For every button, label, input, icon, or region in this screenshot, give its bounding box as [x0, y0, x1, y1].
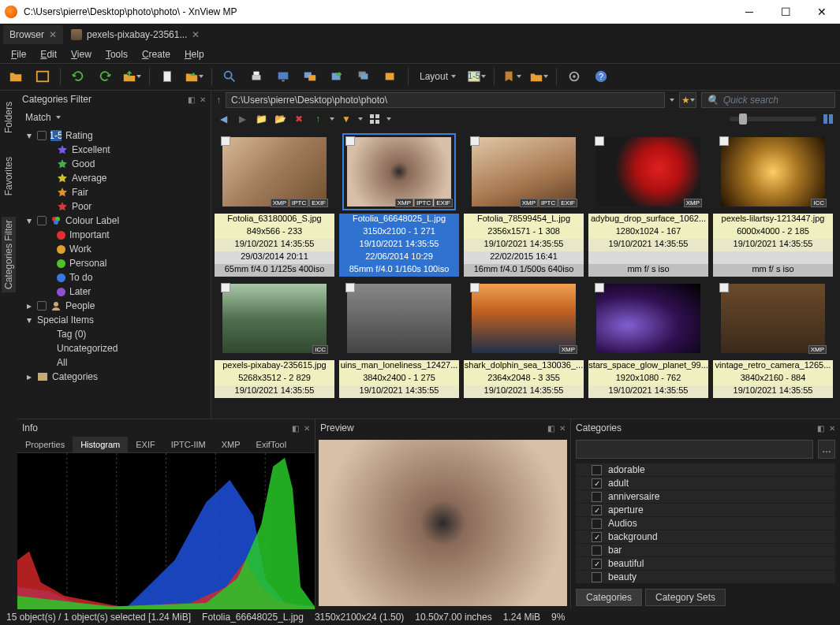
category-checkbox[interactable]: [592, 545, 602, 556]
tree-item[interactable]: Average: [22, 171, 206, 185]
tree-item[interactable]: Tag (0): [22, 327, 206, 341]
tree-item[interactable]: Personal: [22, 256, 206, 270]
close-icon[interactable]: ✕: [192, 29, 200, 40]
tree-item[interactable]: To do: [22, 270, 206, 285]
info-tab[interactable]: IPTC-IIM: [163, 437, 214, 452]
tree-item[interactable]: All: [22, 355, 206, 370]
close-button[interactable]: ✕: [804, 0, 840, 24]
print-icon[interactable]: [247, 67, 266, 86]
up-folder-icon[interactable]: [122, 67, 141, 86]
back-icon[interactable]: ◀: [216, 112, 230, 126]
thumbnail-card[interactable]: XMP vintage_retro_camera_1265... 3840x21…: [713, 277, 833, 398]
tree-item-colour-label[interactable]: ▾Colour Label: [22, 214, 206, 228]
bookmark-icon[interactable]: [502, 67, 521, 86]
menu-create[interactable]: Create: [136, 47, 177, 61]
maximize-button[interactable]: ☐: [767, 0, 804, 24]
category-item[interactable]: bar: [576, 544, 835, 557]
edit-image-icon[interactable]: [381, 67, 400, 86]
convert-image-icon[interactable]: [301, 67, 319, 86]
tab-category-sets[interactable]: Category Sets: [645, 589, 726, 606]
side-tab-favorites[interactable]: Favorites: [2, 154, 16, 199]
tab-categories[interactable]: Categories: [576, 589, 642, 606]
sort-icon[interactable]: 1-5: [467, 67, 486, 86]
match-dropdown[interactable]: Match: [17, 108, 211, 127]
category-item[interactable]: ✓ beautiful: [576, 557, 835, 571]
undock-icon[interactable]: ◧: [292, 424, 299, 433]
fullscreen-icon[interactable]: [33, 67, 52, 86]
close-icon[interactable]: ✕: [304, 424, 310, 433]
open-folder-icon[interactable]: [6, 67, 25, 86]
path-field[interactable]: C:\Users\pierre\Desktop\photo\photo\: [226, 92, 665, 108]
toggle-panel-icon[interactable]: [821, 112, 835, 126]
side-tab-folders[interactable]: Folders: [2, 99, 16, 136]
favorite-path-button[interactable]: ★: [679, 92, 696, 108]
search-icon[interactable]: [220, 67, 239, 86]
select-checkbox[interactable]: [221, 283, 230, 292]
category-item[interactable]: ✓ background: [576, 530, 835, 544]
thumbnail-card[interactable]: XMP shark_dolphin_sea_130036_... 2364x20…: [464, 277, 584, 398]
select-checkbox[interactable]: [345, 283, 355, 292]
export-image-icon[interactable]: [327, 67, 346, 86]
tree-item-categories[interactable]: ▸Categories: [22, 370, 206, 384]
category-checkbox[interactable]: [592, 572, 602, 582]
copy-icon[interactable]: [158, 67, 177, 86]
select-checkbox[interactable]: [470, 136, 480, 146]
up-arrow-icon[interactable]: ↑: [216, 95, 221, 106]
category-checkbox[interactable]: ✓: [592, 505, 602, 515]
info-tab[interactable]: EXIF: [128, 437, 162, 452]
tab-browser[interactable]: Browser ✕: [3, 25, 63, 44]
layout-dropdown[interactable]: Layout: [416, 71, 459, 82]
up-icon[interactable]: ↑: [311, 112, 325, 126]
undock-icon[interactable]: ◧: [547, 424, 554, 433]
tree-item[interactable]: Work: [22, 242, 206, 256]
thumbnail-card[interactable]: ICC pexels-lilartsy-1213447.jpg 6000x400…: [713, 130, 833, 277]
new-folder-icon[interactable]: 📂: [273, 112, 287, 126]
menu-edit[interactable]: Edit: [34, 47, 63, 61]
minimize-button[interactable]: ─: [731, 0, 767, 24]
info-tab[interactable]: ExifTool: [248, 437, 295, 452]
refresh-ccw-icon[interactable]: [69, 67, 88, 86]
close-icon[interactable]: ✕: [829, 424, 835, 433]
undock-icon[interactable]: ◧: [817, 424, 824, 433]
tree-item[interactable]: Fair: [22, 185, 206, 199]
menu-help[interactable]: Help: [178, 47, 211, 61]
folder-icon[interactable]: 📁: [254, 112, 268, 126]
category-checkbox[interactable]: ✓: [592, 478, 602, 489]
category-checkbox[interactable]: [592, 519, 602, 529]
menu-file[interactable]: File: [5, 47, 32, 61]
undock-icon[interactable]: ◧: [188, 95, 195, 104]
tree-item[interactable]: Later: [22, 285, 206, 299]
category-item[interactable]: Audios: [576, 517, 835, 530]
close-icon[interactable]: ✕: [49, 29, 57, 40]
tree-item-people[interactable]: ▸People: [22, 299, 206, 313]
thumbnail-card[interactable]: XMP adybug_drop_surface_1062... 1280x102…: [588, 130, 708, 277]
filter-icon[interactable]: ▼: [339, 112, 353, 126]
thumbnail-card[interactable]: XMPIPTCEXIF Fotolia_78599454_L.jpg 2356x…: [464, 130, 584, 277]
delete-icon[interactable]: ✖: [292, 112, 306, 126]
view-mode-icon[interactable]: [368, 112, 382, 126]
info-tab[interactable]: XMP: [214, 437, 248, 452]
select-checkbox[interactable]: [470, 283, 480, 292]
tree-item[interactable]: Important: [22, 228, 206, 242]
thumbnail-card[interactable]: ICC pexels-pixabay-235615.jpg 5268x3512 …: [215, 277, 334, 398]
thumbnail-card[interactable]: XMPIPTCEXIF Fotolia_63180006_S.jpg 849x5…: [215, 130, 334, 277]
category-checkbox[interactable]: ✓: [592, 532, 602, 542]
tree-item[interactable]: Poor: [22, 199, 206, 214]
category-item[interactable]: beauty: [576, 571, 835, 584]
tree-item[interactable]: Good: [22, 157, 206, 171]
stacked-images-icon[interactable]: [354, 67, 373, 86]
info-tab[interactable]: Histogram: [73, 437, 128, 452]
select-checkbox[interactable]: [345, 136, 355, 146]
category-item[interactable]: anniversaire: [576, 490, 835, 504]
info-tab[interactable]: Properties: [17, 437, 73, 452]
select-checkbox[interactable]: [595, 136, 604, 146]
category-checkbox[interactable]: [592, 465, 602, 475]
tree-item[interactable]: Uncategorized: [22, 341, 206, 355]
more-options-button[interactable]: …: [818, 440, 835, 459]
select-checkbox[interactable]: [221, 136, 230, 146]
settings-icon[interactable]: [565, 67, 584, 86]
category-checkbox[interactable]: [592, 492, 602, 502]
close-icon[interactable]: ✕: [200, 95, 206, 104]
tree-item[interactable]: Excellent: [22, 143, 206, 157]
thumbnail-size-slider[interactable]: [730, 117, 816, 121]
